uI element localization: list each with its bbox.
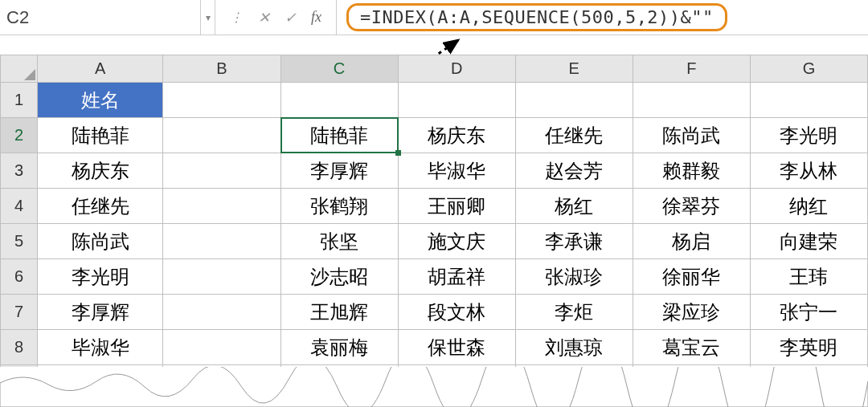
cell-F2[interactable]: 陈尚武 <box>633 118 750 153</box>
col-header-C[interactable]: C <box>280 55 398 83</box>
table-row: 2陆艳菲陆艳菲杨庆东任继先陈尚武李光明 <box>1 118 868 153</box>
cell-B7[interactable] <box>163 295 280 330</box>
table-row: 4任继先张鹤翔王丽卿杨红徐翠芬纳红 <box>1 189 868 224</box>
row-header-8[interactable]: 8 <box>1 330 38 365</box>
table-row: 6李光明沙志昭胡孟祥张淑珍徐丽华王玮 <box>1 259 868 295</box>
cell-B5[interactable] <box>163 224 280 259</box>
formula-bar: C2 ▾ ⋮ ✕ ✓ fx =INDEX(A:A,SEQUENCE(500,5,… <box>0 0 868 35</box>
row-header-3[interactable]: 3 <box>1 153 38 189</box>
formula-bar-icons: ⋮ ✕ ✓ fx <box>215 0 337 35</box>
row-header-1[interactable]: 1 <box>1 83 38 118</box>
row-header-6[interactable]: 6 <box>1 259 38 295</box>
cell-A7[interactable]: 李厚辉 <box>37 295 163 330</box>
col-header-D[interactable]: D <box>398 55 515 83</box>
cell-E3[interactable]: 赵会芳 <box>515 153 633 189</box>
cell-B8[interactable] <box>163 330 280 365</box>
row-header-2[interactable]: 2 <box>1 118 38 153</box>
cell-F5[interactable]: 杨启 <box>633 224 750 259</box>
cell-G8[interactable]: 李英明 <box>750 330 867 365</box>
cell-C3[interactable]: 李厚辉 <box>280 153 398 189</box>
cell-F8[interactable]: 葛宝云 <box>633 330 750 365</box>
table-row: 8毕淑华袁丽梅保世森刘惠琼葛宝云李英明 <box>1 330 868 365</box>
cell-A6[interactable]: 李光明 <box>37 259 163 295</box>
cell-D1[interactable] <box>398 83 515 118</box>
cell-B1[interactable] <box>163 83 280 118</box>
cell-A4[interactable]: 任继先 <box>37 189 163 224</box>
cell-B4[interactable] <box>163 189 280 224</box>
torn-edge-decoration <box>0 367 868 407</box>
cell-F1[interactable] <box>633 83 750 118</box>
cell-D5[interactable]: 施文庆 <box>398 224 515 259</box>
cell-B6[interactable] <box>163 259 280 295</box>
cell-B2[interactable] <box>163 118 280 153</box>
cell-E8[interactable]: 刘惠琼 <box>515 330 633 365</box>
cell-C8[interactable]: 袁丽梅 <box>280 330 398 365</box>
fx-icon[interactable]: fx <box>311 9 321 26</box>
col-header-A[interactable]: A <box>37 55 163 83</box>
cell-A8[interactable]: 毕淑华 <box>37 330 163 365</box>
cell-G6[interactable]: 王玮 <box>750 259 867 295</box>
cell-E2[interactable]: 任继先 <box>515 118 633 153</box>
cell-G5[interactable]: 向建荣 <box>750 224 867 259</box>
cell-D8[interactable]: 保世森 <box>398 330 515 365</box>
cell-E7[interactable]: 李炬 <box>515 295 633 330</box>
col-header-E[interactable]: E <box>515 55 633 83</box>
select-all-corner[interactable] <box>1 55 38 83</box>
cell-G1[interactable] <box>750 83 867 118</box>
cell-E1[interactable] <box>515 83 633 118</box>
cell-A5[interactable]: 陈尚武 <box>37 224 163 259</box>
cell-F7[interactable]: 梁应珍 <box>633 295 750 330</box>
cell-G3[interactable]: 李从林 <box>750 153 867 189</box>
cancel-icon[interactable]: ✕ <box>258 9 270 26</box>
table-row: 3杨庆东李厚辉毕淑华赵会芳赖群毅李从林 <box>1 153 868 189</box>
cell-G2[interactable]: 李光明 <box>750 118 867 153</box>
cell-F6[interactable]: 徐丽华 <box>633 259 750 295</box>
cell-E5[interactable]: 李承谦 <box>515 224 633 259</box>
cell-G4[interactable]: 纳红 <box>750 189 867 224</box>
name-box-dropdown[interactable]: ▾ <box>201 0 215 35</box>
expand-icon[interactable]: ⋮ <box>230 10 244 25</box>
cell-E4[interactable]: 杨红 <box>515 189 633 224</box>
cell-D6[interactable]: 胡孟祥 <box>398 259 515 295</box>
table-row: 7李厚辉王旭辉段文林李炬梁应珍张宁一 <box>1 295 868 330</box>
cell-B3[interactable] <box>163 153 280 189</box>
col-header-B[interactable]: B <box>163 55 280 83</box>
cell-G7[interactable]: 张宁一 <box>750 295 867 330</box>
cell-A3[interactable]: 杨庆东 <box>37 153 163 189</box>
cell-C6[interactable]: 沙志昭 <box>280 259 398 295</box>
row-header-5[interactable]: 5 <box>1 224 38 259</box>
enter-icon[interactable]: ✓ <box>285 9 297 26</box>
cell-C7[interactable]: 王旭辉 <box>280 295 398 330</box>
cell-D4[interactable]: 王丽卿 <box>398 189 515 224</box>
col-header-G[interactable]: G <box>750 55 867 83</box>
cell-D7[interactable]: 段文林 <box>398 295 515 330</box>
formula-input-wrap: =INDEX(A:A,SEQUENCE(500,5,2))&"" <box>337 0 868 35</box>
col-header-F[interactable]: F <box>633 55 750 83</box>
column-header-row: A B C D E F G <box>1 55 868 83</box>
table-row: 1姓名 <box>1 83 868 118</box>
cell-C1[interactable] <box>280 83 398 118</box>
cell-A2[interactable]: 陆艳菲 <box>37 118 163 153</box>
row-header-4[interactable]: 4 <box>1 189 38 224</box>
row-header-7[interactable]: 7 <box>1 295 38 330</box>
cell-C2[interactable]: 陆艳菲 <box>280 118 398 153</box>
formula-input[interactable]: =INDEX(A:A,SEQUENCE(500,5,2))&"" <box>346 3 727 31</box>
cell-E6[interactable]: 张淑珍 <box>515 259 633 295</box>
cell-C4[interactable]: 张鹤翔 <box>280 189 398 224</box>
cell-F4[interactable]: 徐翠芬 <box>633 189 750 224</box>
cell-D2[interactable]: 杨庆东 <box>398 118 515 153</box>
cell-D3[interactable]: 毕淑华 <box>398 153 515 189</box>
name-box[interactable]: C2 <box>0 0 201 35</box>
spreadsheet-grid[interactable]: A B C D E F G 1姓名2陆艳菲陆艳菲杨庆东任继先陈尚武李光明3杨庆东… <box>0 55 868 401</box>
cell-F3[interactable]: 赖群毅 <box>633 153 750 189</box>
table-row: 5陈尚武张坚施文庆李承谦杨启向建荣 <box>1 224 868 259</box>
cell-A1[interactable]: 姓名 <box>37 83 163 118</box>
cell-C5[interactable]: 张坚 <box>280 224 398 259</box>
